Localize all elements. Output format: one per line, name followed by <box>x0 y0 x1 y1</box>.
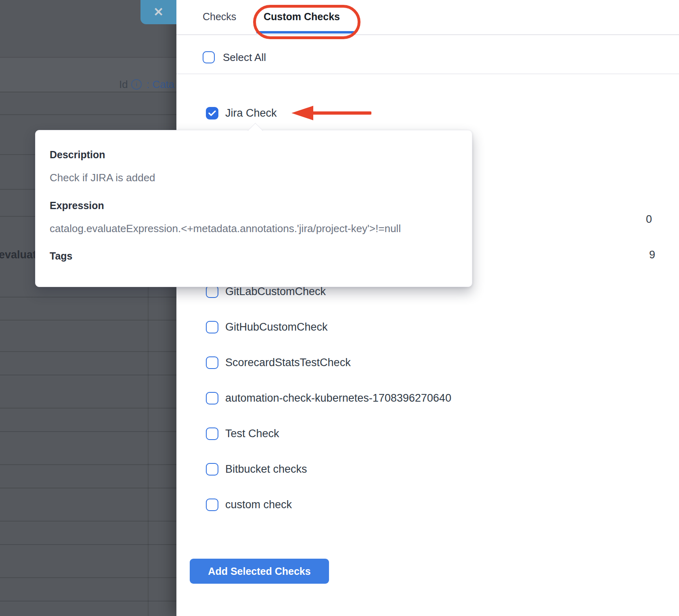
close-button[interactable]: ✕ <box>140 0 176 24</box>
check-label: Bitbucket checks <box>225 463 307 476</box>
check-label: Test Check <box>225 427 279 440</box>
background-table-row-divider <box>0 521 176 522</box>
tooltip-tags-heading: Tags <box>50 250 73 262</box>
screen: Id i : Cata evaluat ✕ Checks Custom Chec… <box>0 0 679 616</box>
select-all-label: Select All <box>223 51 266 64</box>
select-all-divider <box>176 73 679 74</box>
background-table-row-divider <box>0 577 176 578</box>
check-list-item[interactable]: Test Check <box>176 416 679 451</box>
tooltip-expression-text: catalog.evaluateExpression.<+metadata.an… <box>50 222 401 235</box>
background-table-row-divider <box>0 297 176 298</box>
background-table-row-divider <box>0 320 176 321</box>
select-all-row[interactable]: Select All <box>176 46 679 69</box>
check-list-item[interactable]: Bitbucket checks <box>176 451 679 487</box>
id-column-value: : Cata <box>147 78 174 91</box>
background-table-row-divider <box>0 601 176 601</box>
tooltip-description-text: Check if JIRA is added <box>50 172 155 184</box>
check-label: GitHubCustomCheck <box>225 321 328 333</box>
dimmed-background: Id i : Cata evaluat <box>0 0 176 616</box>
background-table-row-divider <box>0 464 176 465</box>
checks-drawer: Checks Custom Checks Select All Jira Che… <box>176 0 679 616</box>
checkbox[interactable] <box>206 392 218 404</box>
checkbox-checked[interactable] <box>206 107 218 119</box>
check-label: ScorecardStatsTestCheck <box>225 356 351 369</box>
background-table-row-divider <box>0 431 176 432</box>
obscured-check-label-fragment: 9 <box>649 249 655 261</box>
tooltip-expression-heading: Expression <box>50 200 104 212</box>
background-table-row-divider <box>0 57 176 58</box>
background-table-row-divider <box>0 408 176 409</box>
select-all-checkbox[interactable] <box>203 51 215 63</box>
obscured-check-label-fragment: 0 <box>646 213 652 226</box>
check-list-item[interactable]: automation-check-kubernetes-170839627064… <box>176 380 679 416</box>
background-table-row-divider <box>0 488 176 488</box>
checkbox[interactable] <box>206 321 218 333</box>
jira-check-tooltip: Description Check if JIRA is added Expre… <box>35 130 472 287</box>
background-row-fragment: evaluat <box>0 249 36 261</box>
tooltip-description-heading: Description <box>50 149 105 161</box>
background-table-row-divider <box>0 114 176 115</box>
close-icon: ✕ <box>153 6 163 18</box>
id-column-label: Id <box>119 78 128 91</box>
background-table-column-divider <box>148 287 149 616</box>
tab-custom-checks[interactable]: Custom Checks <box>264 10 340 23</box>
checkbox[interactable] <box>206 285 218 298</box>
checkbox[interactable] <box>206 427 218 440</box>
check-label: custom check <box>225 499 292 511</box>
checkbox[interactable] <box>206 463 218 476</box>
check-label: Jira Check <box>225 107 277 119</box>
check-list-item[interactable]: GitHubCustomCheck <box>176 309 679 345</box>
checkbox[interactable] <box>206 356 218 369</box>
tabs-divider <box>176 34 679 35</box>
info-icon: i <box>131 79 142 90</box>
background-table-row-divider <box>0 544 176 545</box>
background-table-header: Id i : Cata <box>119 78 174 90</box>
background-table-row-divider <box>0 92 176 92</box>
tab-checks[interactable]: Checks <box>203 10 236 23</box>
check-list-item[interactable]: Jira Check <box>176 95 679 131</box>
check-list-item[interactable]: custom check <box>176 487 679 522</box>
background-table-row-divider <box>0 351 176 352</box>
check-list-item[interactable]: ScorecardStatsTestCheck <box>176 345 679 380</box>
checkbox[interactable] <box>206 499 218 511</box>
check-label: GitLabCustomCheck <box>225 285 326 298</box>
background-table-row-divider <box>0 375 176 375</box>
active-tab-underline <box>256 31 354 34</box>
add-selected-checks-button[interactable]: Add Selected Checks <box>190 559 329 584</box>
check-label: automation-check-kubernetes-170839627064… <box>225 392 451 404</box>
